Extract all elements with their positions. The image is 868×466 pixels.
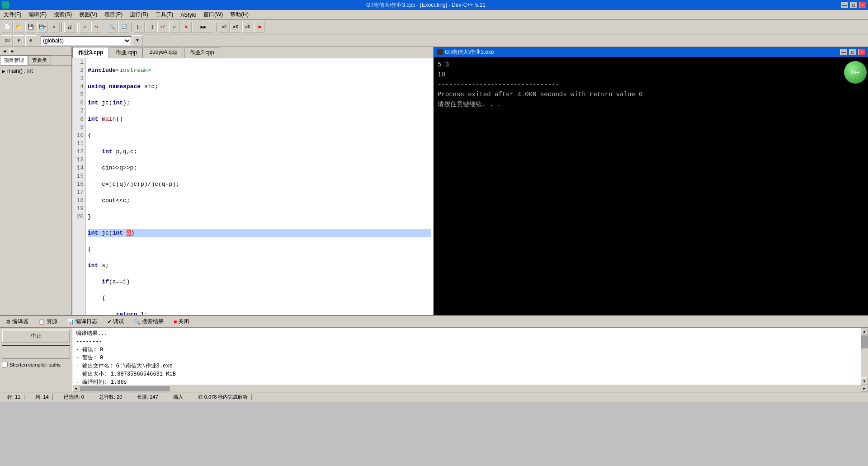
tab-compile-log[interactable]: 📊 编译日志 [63,317,101,326]
scroll-track[interactable] [861,335,868,377]
undo-button[interactable]: ↩ [80,22,90,33]
tab-debug[interactable]: ✔ 调试 [103,317,128,326]
app-icon [2,1,9,9]
compile-separator: -------- [76,338,857,346]
tab-search-results[interactable]: 🔍 搜索结果 [130,317,168,326]
compile-errors: - 错误: 0 [76,346,857,354]
editor-tab-zuoye[interactable]: 作业.cpp [110,47,143,58]
toolbar-sep-4 [131,23,132,32]
tree-icon-main: ▶ [2,69,5,74]
console-icon [437,49,443,55]
editor-tab-zuoye4[interactable]: zuoye4.cpp [144,47,183,58]
menu-window[interactable]: 窗口(W) [200,10,226,19]
menu-run[interactable]: 运行(R) [126,10,152,19]
globals-select[interactable]: (globals) [41,36,131,45]
toolbar-sep-3 [104,23,105,32]
menu-project[interactable]: 项目(P) [101,10,126,19]
console-close[interactable]: × [858,49,865,55]
indent-button[interactable]: [→ [134,22,145,33]
nav-back-button[interactable]: ◀ [1,48,8,54]
title-bar: G:\南信大\作业3.cpp - [Executing] - Dev-C++ 5… [0,0,868,10]
status-row: 行: 11 [4,394,24,400]
status-parse-time: 在 0.078 秒内完成解析 [194,394,252,400]
h-scroll-thumb[interactable] [80,385,170,391]
tree-item-main[interactable]: ▶ main() : int [2,67,70,75]
run2-button[interactable]: ▶R [231,22,241,33]
debug-icon: ✔ [107,319,112,325]
debug-button[interactable]: ⚙D [242,22,253,33]
menu-view[interactable]: 视图(V) [75,10,101,19]
status-insert: 插入 [170,394,187,400]
syntax-check-button[interactable]: ✔ [169,22,180,33]
console-output: 5 3 10 -------------------------------- … [434,57,868,315]
menu-astyle[interactable]: AStyle [177,11,200,19]
nav-forward-button[interactable]: ▶ [9,48,16,54]
scroll-down-button[interactable]: ▼ [861,377,868,385]
compile-result-title: 编译结果... [76,329,857,338]
menu-file[interactable]: 文件(F) [0,10,25,19]
tab-project-manager[interactable]: 项目管理 [0,56,28,65]
class-browser-button[interactable]: CB [2,35,13,46]
close-button[interactable]: × [859,2,866,8]
scroll-up-button[interactable]: ▲ [861,328,868,335]
tab-compiler[interactable]: ⚙ 编译器 [2,317,33,326]
tab-class-browser[interactable]: 查看类 [28,56,51,65]
scroll-left-button[interactable]: ◀ [72,385,80,392]
scroll-thumb[interactable] [861,335,868,348]
console-maximize[interactable]: □ [849,49,856,55]
line-numbers: 12345 678910 1112131415 1617181920 [72,58,86,315]
maximize-button[interactable]: □ [850,2,857,8]
save-all-button[interactable]: 💾+ [37,22,48,33]
tab-close[interactable]: ■ 关闭 [170,317,193,326]
run-button[interactable]: ▶▶ [193,22,214,33]
new-file-button[interactable]: 📄 [2,22,13,33]
menu-tools[interactable]: 工具(T) [152,10,177,19]
minimize-button[interactable]: — [841,2,848,8]
stop-execution-button[interactable]: ■ [254,22,265,33]
tab-resources[interactable]: 📋 资源 [34,317,61,326]
compile-button[interactable]: ⚙C [219,22,230,33]
redo-button[interactable]: ↪ [91,22,102,33]
print-button[interactable]: 🖨 [64,22,75,33]
toggle-comment-button[interactable]: // [157,22,168,33]
editor-tab-zuoye2[interactable]: 作业2.cpp [184,47,220,58]
editor-tabs: 作业3.cpp 作业.cpp zuoye4.cpp 作业2.cpp [72,47,433,58]
secondary-toolbar: CB P ⚙ (globals) ▼ [0,34,868,47]
status-col: 列: 14 [32,394,52,400]
close-file-button[interactable]: ✕ [49,22,60,33]
tab-close-label: 关闭 [178,318,189,325]
compiler-left-panel: 中止 Shorten compiler paths [0,328,72,385]
save-file-button[interactable]: 💾 [25,22,36,33]
project-button[interactable]: P [14,35,24,46]
code-text[interactable]: #include<iostream> using namespace std; … [86,58,433,315]
shorten-paths-checkbox[interactable] [2,362,8,367]
globals-dropdown-button[interactable]: ▼ [132,35,143,46]
find-button[interactable]: 🔍 [107,22,118,33]
scroll-right-button[interactable]: ▶ [861,385,868,392]
title-text: G:\南信大\作业3.cpp - [Executing] - Dev-C++ 5… [366,1,486,9]
menu-search[interactable]: 搜索(S) [50,10,75,19]
left-panel: ◀ ▶ 项目管理 查看类 ▶ main() : int [0,47,72,315]
output-scrollbar-vertical[interactable]: ▲ ▼ [861,328,868,385]
code-line-3: int jc(int); [88,99,431,107]
editor-tab-zuoye3[interactable]: 作业3.cpp [72,47,109,58]
unindent-button[interactable]: ←] [146,22,156,33]
console-minimize[interactable]: — [840,49,847,55]
options-button[interactable]: ⚙ [25,35,36,46]
menu-help[interactable]: 帮助(H) [226,10,252,19]
h-scroll-track[interactable] [80,385,861,392]
bottom-tabs-bar: ⚙ 编译器 📋 资源 📊 编译日志 ✔ 调试 🔍 搜索结果 ■ 关闭 [0,316,868,328]
compile-warnings: - 警告: 0 [76,354,857,362]
compile-run-button[interactable]: ✖ [181,22,192,33]
main-toolbar: 📄 📂 💾 💾+ ✕ 🖨 ↩ ↪ 🔍 🔄 [→ ←] // ✔ ✖ ▶▶ ⚙C … [0,20,868,34]
output-scrollbar-horizontal[interactable]: ◀ ▶ [72,385,868,392]
tab-debug-label: 调试 [113,318,124,325]
menu-edit[interactable]: 编辑(E) [25,10,50,19]
open-file-button[interactable]: 📂 [14,22,24,33]
project-tree: ▶ main() : int [0,66,71,76]
code-editor[interactable]: 12345 678910 1112131415 1617181920 #incl… [72,58,433,315]
compiler-output-panel: 编译结果... -------- - 错误: 0 - 警告: 0 - 输出文件名… [72,328,861,385]
stop-button[interactable]: 中止 [2,329,70,343]
tab-resources-label: 资源 [47,318,57,325]
replace-button[interactable]: 🔄 [118,22,129,33]
